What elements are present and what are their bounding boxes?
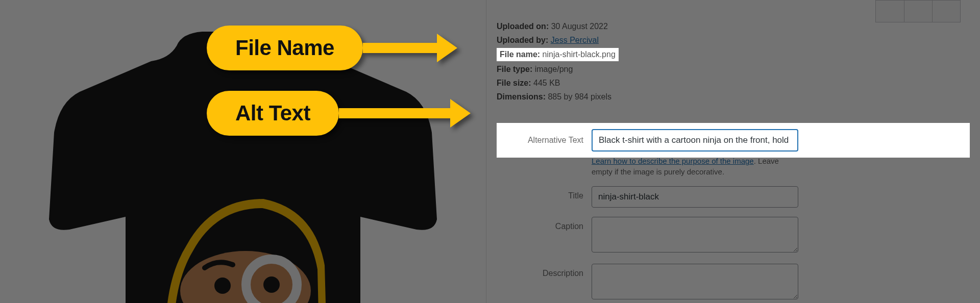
uploaded-by-link[interactable]: Jess Percival [551,36,599,44]
dimensions-row: Dimensions: 885 by 984 pixels [497,91,970,103]
description-label: Description [497,264,583,278]
file-type-row: File type: image/png [497,63,970,75]
callout-file-name-label: File Name [207,26,363,70]
callout-file-name: File Name [207,26,457,70]
dimensions-label: Dimensions: [497,92,546,101]
title-label: Title [497,186,583,200]
caption-row: Caption [497,217,970,255]
uploaded-by-row: Uploaded by: Jess Percival [497,34,970,46]
file-size-label: File size: [497,79,531,87]
uploaded-on-value: 30 August 2022 [551,22,608,31]
file-type-label: File type: [497,65,532,73]
alt-text-row: Alternative Text [497,123,970,158]
attachment-form: Alternative Text Learn how to describe t… [497,123,970,301]
dimensions-value: 885 by 984 pixels [548,92,611,101]
caption-input[interactable] [592,217,798,252]
description-row: Description [497,264,970,301]
file-name-label: File name: [500,50,540,59]
caption-label: Caption [497,217,583,231]
uploaded-on-label: Uploaded on: [497,22,549,31]
arrow-right-icon [450,99,471,128]
title-input[interactable] [592,186,798,208]
attachment-details-sidebar: Uploaded on: 30 August 2022 Uploaded by:… [486,0,980,303]
alt-text-input[interactable] [592,129,798,152]
alt-hint-link[interactable]: Learn how to describe the purpose of the… [592,157,754,165]
uploaded-by-label: Uploaded by: [497,36,548,44]
file-size-value: 445 KB [533,79,560,87]
arrow-right-icon [437,34,457,62]
alt-text-hint: Learn how to describe the purpose of the… [592,156,798,177]
file-name-row: File name: ninja-shirt-black.png [497,48,970,61]
uploaded-on-row: Uploaded on: 30 August 2022 [497,20,970,32]
callout-alt-text: Alt Text [207,91,471,136]
alt-text-label: Alternative Text [497,136,583,145]
svg-point-1 [214,277,231,294]
callout-alt-text-label: Alt Text [207,91,339,136]
file-size-row: File size: 445 KB [497,77,970,89]
attachment-details-panel: Uploaded on: 30 August 2022 Uploaded by:… [0,0,980,303]
svg-point-3 [263,276,280,293]
product-image-tshirt [49,31,437,303]
file-type-value: image/png [535,65,573,73]
description-input[interactable] [592,264,798,299]
file-name-value: ninja-shirt-black.png [543,50,616,59]
ninja-graphic [156,184,330,303]
title-row: Title [497,186,970,208]
